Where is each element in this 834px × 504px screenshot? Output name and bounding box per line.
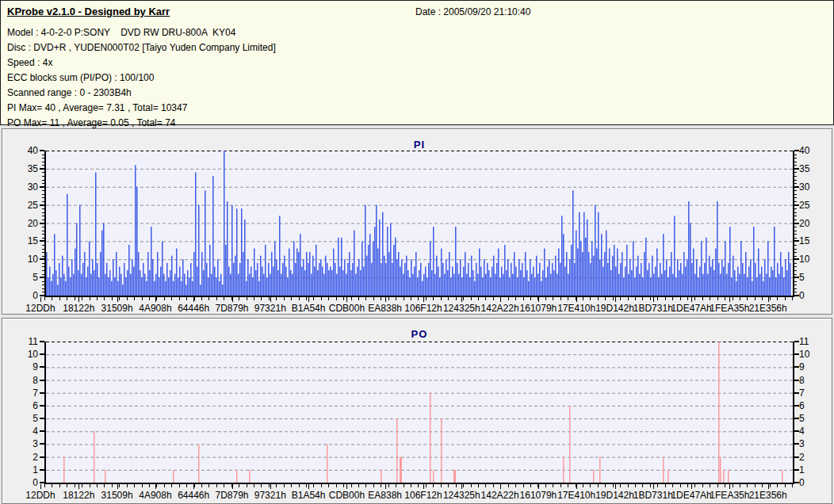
pi-x-tick [117, 297, 118, 302]
po-y-axis-label-left: 4 [11, 426, 38, 437]
pi-bar [569, 259, 571, 296]
pi-bar [652, 256, 653, 296]
pi-bar [398, 252, 400, 296]
pi-bar [669, 266, 671, 296]
pi-bar [369, 234, 371, 296]
pi-bar [574, 263, 576, 296]
pi-bar [211, 274, 212, 296]
po-x-axis-label: 1FEA35h [710, 490, 749, 501]
po-x-axis-label: 7D879h [215, 490, 248, 501]
pi-y-tick-left [40, 204, 44, 206]
po-y-minor-ticks-right [794, 342, 797, 483]
po-x-axis-label: 21E356h [749, 490, 787, 501]
pi-bar [330, 266, 331, 296]
pi-bar [607, 263, 609, 296]
pi-bar [165, 281, 166, 296]
pi-bar [576, 231, 577, 296]
pi-bar [675, 277, 677, 296]
pi-bar [539, 263, 541, 296]
pi-y-tick-left [40, 186, 44, 188]
pi-bar [615, 266, 617, 296]
pi-bar [168, 277, 170, 296]
pi-bar [162, 241, 163, 296]
pi-x-tick [615, 297, 616, 302]
pi-bar [336, 274, 338, 296]
pi-bar [458, 274, 460, 296]
pi-bar [388, 252, 390, 296]
po-x-tick [691, 484, 692, 489]
pi-bar [220, 274, 222, 296]
pi-bar [360, 270, 362, 296]
po-x-axis-label: 1DE47Ah [671, 490, 711, 501]
pi-bar [433, 227, 434, 296]
pi-x-axis-label: 161079h [520, 303, 557, 314]
pi-bar [566, 252, 568, 296]
pi-y-tick-left [40, 150, 44, 151]
pi-bar [249, 274, 251, 296]
pi-bar [276, 259, 277, 296]
pi-bar [726, 274, 728, 296]
pi-x-axis-label: B1A54h [292, 303, 326, 314]
pi-x-tick [232, 297, 233, 302]
pi-bar [258, 281, 260, 296]
pi-x-axis-label: 12DDh [25, 303, 55, 314]
po-bar [569, 406, 571, 483]
pi-bar [428, 263, 430, 296]
pi-bar [425, 266, 427, 296]
pi-bar [241, 208, 243, 296]
pi-bar [163, 274, 165, 296]
pi-bar [192, 281, 193, 296]
pi-bar [557, 274, 558, 296]
pi-bar [544, 249, 545, 296]
pi-bar [382, 212, 384, 296]
pi-bar [783, 277, 785, 296]
pi-bar [84, 252, 86, 296]
pi-bar [362, 241, 363, 296]
pi-bar [225, 245, 227, 296]
pi-bar [480, 266, 482, 296]
pi-bar [152, 259, 154, 296]
pi-bar [384, 256, 385, 296]
pi-bar [157, 252, 159, 296]
po-x-minor-ticks [44, 484, 794, 487]
pi-bar [400, 266, 401, 296]
po-y-axis-label-right: 9 [799, 361, 805, 372]
po-y-axis-label-left: 1 [11, 464, 38, 475]
pi-bar [461, 277, 463, 296]
pi-bar [721, 259, 723, 296]
pi-bar [65, 281, 67, 296]
pi-bar [492, 266, 493, 296]
pi-bar [358, 259, 360, 296]
pi-bar [479, 249, 480, 296]
pi-bar [200, 284, 201, 296]
pi-bar [174, 274, 176, 296]
pi-bar [308, 263, 309, 296]
pi-bar [785, 259, 786, 296]
pi-bar [309, 252, 311, 296]
po-y-axis-label-right: 5 [799, 413, 805, 424]
pi-bar [568, 274, 569, 296]
po-x-axis-label: EA838h [368, 490, 402, 501]
pi-bar [759, 274, 761, 296]
pi-bar [720, 274, 721, 296]
pi-bar [338, 238, 339, 296]
pi-y-axis-label-right: 5 [799, 272, 805, 283]
pi-bar [219, 281, 220, 296]
po-bar [327, 444, 328, 483]
po-y-tick-left [40, 456, 44, 458]
pi-x-axis-label: 21E356h [749, 303, 787, 314]
pi-bar [753, 227, 755, 296]
pi-bar [133, 266, 135, 296]
pi-bar [414, 266, 415, 296]
pi-bar [563, 234, 564, 296]
pi-x-minor-ticks [44, 297, 794, 300]
pi-bar [484, 259, 485, 296]
pi-bar [637, 256, 639, 296]
pi-bar [644, 252, 645, 296]
pi-bar [396, 259, 398, 296]
pi-bar [744, 274, 745, 296]
pi-bar [86, 277, 87, 296]
po-y-tick-left [40, 341, 44, 342]
pi-bar [599, 259, 601, 296]
pi-y-tick-left [40, 295, 44, 296]
